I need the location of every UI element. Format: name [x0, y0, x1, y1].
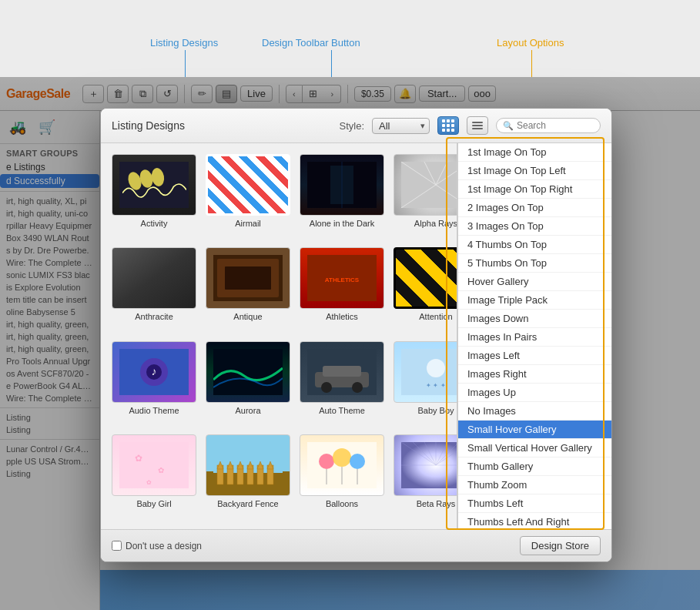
grid-item-auto-theme[interactable]: Auto Theme [296, 338, 387, 428]
modal-grid-view-btn[interactable] [437, 116, 459, 135]
layout-item-images-left[interactable]: Images Left [458, 347, 611, 365]
svg-text:✿: ✿ [146, 479, 152, 486]
svg-text:ATHLETICS: ATHLETICS [325, 277, 360, 283]
layout-item-hover-gallery[interactable]: Hover Gallery [458, 273, 611, 291]
layout-item-3-images-on-top[interactable]: 3 Images On Top [458, 217, 611, 236]
thumb-baby-boy: ✦ ✦ ✦ [394, 341, 457, 403]
modal-list-view-btn[interactable] [467, 116, 488, 135]
grid-label-baby-boy: Baby Boy [417, 406, 454, 415]
layout-item-1-image-on-top[interactable]: 1st Image On Top [458, 143, 611, 162]
svg-rect-7 [401, 162, 457, 208]
grid-item-antique[interactable]: Antique [203, 244, 293, 334]
thumb-auto [300, 341, 384, 403]
svg-rect-0 [119, 162, 189, 208]
grid-label-activity: Activity [141, 219, 168, 228]
grid-label-attention: Attention [419, 312, 452, 321]
grid-label-beta-rays: Beta Rays [417, 499, 456, 508]
thumb-athletics: ATHLETICS [300, 247, 384, 309]
grid-item-backyard-fence[interactable]: Backyard Fence [203, 431, 293, 521]
thumb-airmail [206, 154, 290, 216]
grid-item-balloons[interactable]: Balloons [296, 431, 387, 521]
svg-point-30 [427, 359, 445, 377]
search-input[interactable] [517, 120, 594, 131]
grid-item-alpha-rays[interactable]: Alpha Rays [390, 151, 457, 241]
layout-item-image-triple-pack[interactable]: Image Triple Pack [458, 291, 611, 310]
modal-footer: Don't use a design Design Store [101, 529, 611, 561]
layout-item-small-hover-gallery[interactable]: Small Hover Gallery [458, 421, 611, 439]
grid-label-athletics: Athletics [326, 312, 358, 321]
thumb-anthracite [112, 247, 196, 309]
layout-item-2-images-on-top[interactable]: 2 Images On Top [458, 199, 611, 217]
grid-item-attention[interactable]: Attention [390, 244, 457, 334]
layout-item-thumbs-left[interactable]: Thumbs Left [458, 494, 611, 513]
svg-rect-32 [119, 442, 189, 488]
grid-label-alpha-rays: Alpha Rays [414, 219, 457, 228]
grid-label-baby-girl: Baby Girl [136, 499, 171, 508]
style-select-wrapper: All Modern Classic Vintage [372, 118, 430, 134]
grid-item-baby-girl[interactable]: ✿✿✿ Baby Girl [109, 431, 199, 521]
layout-item-thumb-zoom[interactable]: Thumb Zoom [458, 476, 611, 494]
grid-item-beta-rays[interactable]: Beta Rays [390, 431, 457, 521]
layout-item-images-right[interactable]: Images Right [458, 365, 611, 384]
layout-item-thumbs-left-right[interactable]: Thumbs Left And Right [458, 513, 611, 529]
layout-item-images-up[interactable]: Images Up [458, 384, 611, 402]
dont-use-design-text: Don't use a design [126, 541, 202, 551]
dont-use-design-label[interactable]: Don't use a design [112, 541, 202, 551]
grid-item-activity[interactable]: Activity [109, 151, 199, 241]
grid-label-airmail: Airmail [235, 219, 261, 228]
list-lines-icon [472, 122, 483, 129]
thumb-audio: ♪ [112, 341, 196, 403]
grid-label-anthracite: Anthracite [135, 312, 173, 321]
svg-rect-26 [323, 366, 361, 377]
layout-item-images-down[interactable]: Images Down [458, 310, 611, 328]
grid-item-aurora[interactable]: Aurora [203, 338, 293, 428]
grid-item-airmail[interactable]: Airmail [203, 151, 293, 241]
layout-item-5-thumbs-on-top[interactable]: 5 Thumbs On Top [458, 254, 611, 273]
modal-style-label: Style: [339, 120, 364, 132]
grid-label-auto-theme: Auto Theme [319, 406, 365, 415]
grid-item-anthracite[interactable]: Anthracite [109, 244, 199, 334]
listing-designs-modal: Listing Designs Style: All Modern Classi… [100, 108, 612, 562]
dont-use-design-checkbox[interactable] [112, 541, 122, 551]
svg-point-53 [350, 454, 365, 469]
search-icon: 🔍 [503, 121, 514, 131]
layout-item-1-image-on-top-right[interactable]: 1st Image On Top Right [458, 180, 611, 199]
thumb-attention [394, 247, 457, 309]
svg-text:✦ ✦ ✦: ✦ ✦ ✦ [426, 382, 445, 389]
thumb-baby-girl: ✿✿✿ [112, 434, 196, 496]
svg-rect-16 [225, 266, 271, 290]
grid-item-audio-theme[interactable]: ♪ Audio Theme [109, 338, 199, 428]
svg-text:✿: ✿ [158, 466, 164, 474]
thumb-antique [206, 247, 290, 309]
grid-item-athletics[interactable]: ATHLETICS Athletics [296, 244, 387, 334]
layout-item-4-thumbs-on-top[interactable]: 4 Thumbs On Top [458, 236, 611, 254]
thumb-beta-rays [394, 434, 457, 496]
grid-dots-icon [442, 119, 454, 132]
grid-label-backyard-fence: Backyard Fence [217, 499, 278, 508]
grid-label-audio-theme: Audio Theme [129, 406, 179, 415]
layout-item-1-image-on-top-left[interactable]: 1st Image On Top Left [458, 162, 611, 180]
grid-label-aurora: Aurora [235, 406, 260, 415]
svg-point-27 [321, 382, 332, 393]
style-select[interactable]: All Modern Classic Vintage [372, 118, 430, 134]
layout-item-small-vertical-hover-gallery[interactable]: Small Vertical Hover Gallery [458, 439, 611, 458]
thumb-balloons [300, 434, 384, 496]
svg-text:♪: ♪ [152, 365, 157, 377]
grid-label-antique: Antique [233, 312, 262, 321]
modal-header: Listing Designs Style: All Modern Classi… [101, 109, 611, 143]
grid-item-alone-dark[interactable]: Alone in the Dark [296, 151, 387, 241]
modal-title: Listing Designs [112, 119, 185, 132]
thumb-alone-dark [300, 154, 384, 216]
design-store-button[interactable]: Design Store [520, 536, 601, 555]
thumb-aurora [206, 341, 290, 403]
svg-text:✿: ✿ [135, 453, 142, 464]
designs-grid: Activity Airmail Alone in the Dark Alpha… [101, 143, 457, 529]
grid-item-baby-boy[interactable]: ✦ ✦ ✦ Baby Boy [390, 338, 457, 428]
layout-item-images-in-pairs[interactable]: Images In Pairs [458, 328, 611, 347]
layout-item-no-images[interactable]: No Images [458, 402, 611, 421]
svg-point-28 [352, 382, 363, 393]
thumb-backyard-fence [206, 434, 290, 496]
layout-item-thumb-gallery[interactable]: Thumb Gallery [458, 458, 611, 476]
modal-body: Activity Airmail Alone in the Dark Alpha… [101, 143, 611, 529]
layout-options-list: 1st Image On Top 1st Image On Top Left 1… [457, 143, 611, 529]
